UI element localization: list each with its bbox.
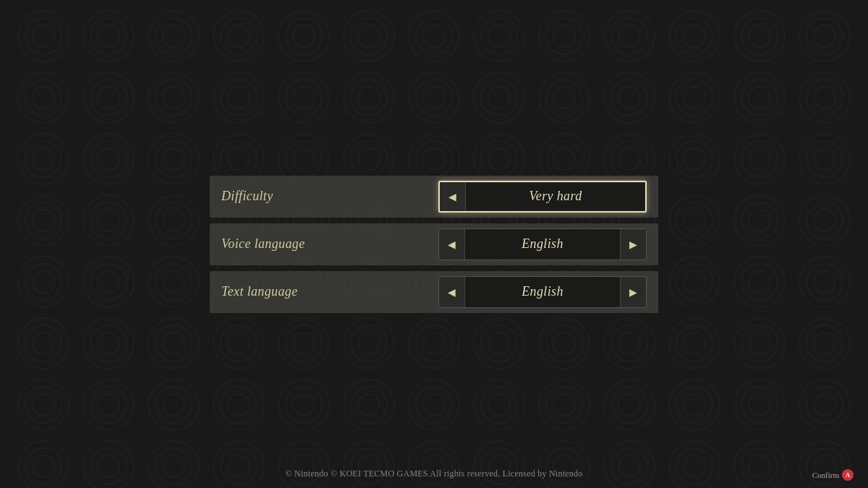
text-language-control-inner: ◀ English ▶ — [438, 276, 647, 308]
copyright-text: © Nintendo © KOEI TECMO GAMES All rights… — [285, 468, 582, 479]
text-language-row[interactable]: Text language ◀ English ▶ — [210, 271, 658, 313]
difficulty-row[interactable]: Difficulty ◀ Very hard — [210, 176, 658, 218]
settings-container: Difficulty ◀ Very hard Voice language ◀ … — [210, 176, 658, 313]
difficulty-control: ◀ Very hard — [438, 181, 647, 213]
voice-language-right-arrow[interactable]: ▶ — [620, 229, 646, 260]
voice-language-control-inner: ◀ English ▶ — [438, 228, 647, 260]
confirm-label: Confirm — [812, 471, 839, 479]
voice-language-label: Voice language — [221, 236, 438, 252]
footer: © Nintendo © KOEI TECMO GAMES All rights… — [0, 458, 868, 488]
text-language-right-arrow[interactable]: ▶ — [620, 277, 646, 307]
text-language-control: ◀ English ▶ — [438, 276, 647, 308]
text-language-left-arrow[interactable]: ◀ — [439, 277, 465, 307]
difficulty-control-inner: ◀ Very hard — [438, 181, 647, 213]
difficulty-value: Very hard — [466, 189, 645, 204]
confirm-hint: Confirm A — [812, 469, 854, 481]
voice-language-value: English — [465, 236, 620, 252]
main-content: Difficulty ◀ Very hard Voice language ◀ … — [0, 0, 868, 488]
difficulty-left-arrow[interactable]: ◀ — [440, 182, 466, 211]
voice-language-control: ◀ English ▶ — [438, 228, 647, 260]
difficulty-label: Difficulty — [221, 189, 438, 204]
voice-language-left-arrow[interactable]: ◀ — [439, 229, 465, 260]
text-language-value: English — [465, 284, 620, 299]
voice-language-row[interactable]: Voice language ◀ English ▶ — [210, 223, 658, 265]
confirm-button-icon: A — [842, 469, 854, 481]
text-language-label: Text language — [221, 284, 438, 299]
